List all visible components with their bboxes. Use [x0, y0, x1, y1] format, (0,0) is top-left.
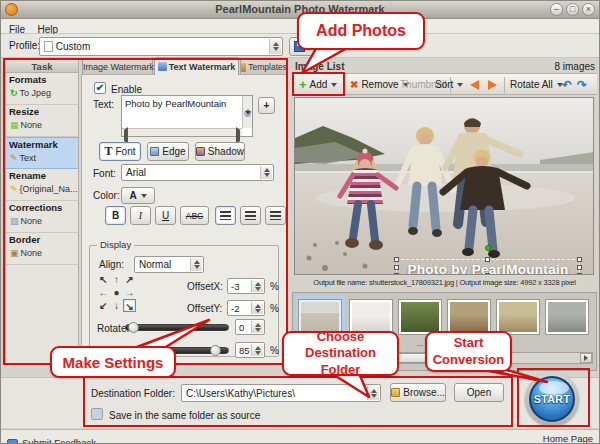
rotate-spinner[interactable] [251, 321, 263, 333]
task-item-rename[interactable]: Rename ✎{Original_Na... [6, 169, 78, 201]
maximize-button[interactable]: □ [566, 3, 579, 16]
open-button[interactable]: Open [454, 383, 504, 402]
align-combobox[interactable]: Normal [134, 256, 204, 273]
offsety-spinner[interactable] [251, 302, 263, 314]
pad-center-dot[interactable]: ● [110, 286, 123, 299]
align-spinner[interactable] [190, 258, 202, 271]
task-item-border[interactable]: Border ▣None [6, 233, 78, 265]
browse-button[interactable]: Browse... [390, 383, 446, 402]
align-right-icon [270, 211, 281, 220]
text-label: Text: [93, 99, 114, 110]
bold-button[interactable]: B [105, 206, 126, 225]
pad-nw-arrow[interactable]: ↖ [97, 273, 110, 286]
offsetx-spinner[interactable] [251, 280, 263, 292]
border-icon: ▣ [10, 248, 19, 258]
pad-se-arrow[interactable]: ↘ [123, 299, 136, 312]
minimize-button[interactable]: – [550, 3, 563, 16]
shadow-style-button[interactable]: Shadow [195, 142, 245, 161]
rotate-cw-icon: ↷ [577, 79, 587, 91]
watermark-handle-ne[interactable] [577, 257, 582, 262]
align-left-button[interactable] [215, 206, 236, 225]
resize-icon: ▦ [10, 120, 19, 130]
color-a-icon: A [129, 190, 136, 201]
pad-ne-arrow[interactable]: ↗ [123, 273, 136, 286]
underline-button[interactable]: U [155, 206, 176, 225]
italic-button[interactable]: I [130, 206, 151, 225]
watermark-handle-se[interactable] [577, 273, 582, 275]
home-page-link[interactable]: Home Page [543, 433, 593, 444]
pad-s-arrow[interactable]: ↓ [110, 299, 123, 312]
nav-left-icon [470, 80, 479, 90]
watermark-handle-n[interactable] [485, 257, 490, 262]
to-jpeg-icon: ↻ [10, 88, 18, 98]
same-folder-checkbox[interactable] [91, 408, 103, 420]
tab-image-watermark[interactable]: Image Watermark [82, 58, 153, 75]
offsety-input[interactable]: -2 [227, 300, 265, 316]
watermark-handle-nw[interactable] [394, 257, 399, 262]
rotate-ccw-button[interactable]: ↶ [560, 75, 574, 94]
opacity-slider-thumb[interactable] [210, 345, 221, 356]
thumbnail-5[interactable] [496, 299, 540, 335]
watermark-handle-sw[interactable] [394, 273, 399, 275]
align-center-button[interactable] [240, 206, 261, 225]
text-hscrollbar[interactable] [122, 128, 242, 136]
rotate-cw-button[interactable]: ↷ [575, 75, 589, 94]
opacity-spinner[interactable] [251, 344, 263, 356]
thumbnail-3[interactable] [398, 299, 442, 335]
rotate-slider-thumb[interactable] [128, 322, 139, 333]
profile-combobox[interactable]: Custom [39, 37, 283, 56]
font-combobox[interactable]: Arial [121, 164, 274, 181]
add-text-button[interactable]: + [258, 97, 275, 114]
color-label: Color: [93, 190, 120, 201]
submit-feedback-link[interactable]: Submit Feedback [7, 432, 96, 444]
font-spinner[interactable] [260, 166, 272, 179]
destination-label: Destination Folder: [91, 388, 175, 399]
remove-x-icon: ✖ [350, 79, 358, 90]
pad-sw-arrow[interactable]: ↙ [97, 299, 110, 312]
watermark-handle-s[interactable] [485, 273, 490, 275]
folder-icon [391, 388, 400, 397]
enable-checkbox[interactable]: ✔ [94, 82, 106, 94]
font-style-button[interactable]: T Font [99, 142, 141, 161]
thumbnail-4[interactable] [447, 299, 491, 335]
edge-style-button[interactable]: Edge [147, 142, 189, 161]
add-plus-icon: + [299, 77, 307, 92]
watermark-overlay[interactable]: Photo by PearlMountain [396, 259, 580, 275]
offsetx-percent: % [270, 281, 279, 292]
close-button[interactable]: × [582, 3, 595, 16]
pad-e-arrow[interactable]: → [123, 286, 136, 299]
watermark-text-input[interactable]: Photo by PearlMountain [121, 95, 253, 137]
add-button[interactable]: + Add [297, 75, 339, 94]
task-item-formats[interactable]: Formats ↻To Jpeg [6, 73, 78, 105]
sort-button[interactable]: Sort [433, 75, 465, 94]
profile-spinner[interactable] [269, 39, 281, 54]
scroll-right-arrow[interactable] [580, 353, 592, 363]
font-value: Arial [126, 165, 146, 180]
watermark-rotate-handle[interactable] [485, 245, 491, 251]
rotate-slider[interactable] [125, 324, 229, 331]
destination-path-combobox[interactable]: C:\Users\Kathy\Pictures\ [181, 384, 381, 402]
task-item-resize[interactable]: Resize ▦None [6, 105, 78, 137]
watermark-handle-w[interactable] [394, 265, 399, 270]
offsetx-input[interactable]: -3 [227, 278, 265, 294]
text-vscrollbar[interactable] [242, 96, 252, 128]
pad-n-arrow[interactable]: ↑ [110, 273, 123, 286]
rotate-all-button[interactable]: Rotate All [508, 75, 565, 94]
move-left-button[interactable] [468, 75, 481, 94]
color-picker-button[interactable]: A [121, 187, 155, 204]
rotate-input[interactable]: 0 [235, 319, 265, 335]
strikethrough-button[interactable]: ABC [180, 206, 209, 225]
align-right-button[interactable] [265, 206, 286, 225]
pad-w-arrow[interactable]: ← [97, 286, 110, 299]
thumbnail-6[interactable] [545, 299, 589, 335]
tab-templates[interactable]: Templates [240, 58, 288, 75]
opacity-input[interactable]: 85 [235, 342, 265, 358]
start-button[interactable]: START [525, 372, 579, 426]
tab-text-watermark[interactable]: Text Watermark [154, 57, 239, 75]
photo-preview[interactable]: Photo by PearlMountain [294, 97, 594, 275]
destination-spinner[interactable] [367, 386, 379, 400]
task-item-corrections[interactable]: Corrections ▨None [6, 201, 78, 233]
move-right-button[interactable] [486, 75, 499, 94]
watermark-handle-e[interactable] [577, 265, 582, 270]
task-item-watermark[interactable]: Watermark ✎Text [6, 137, 78, 169]
